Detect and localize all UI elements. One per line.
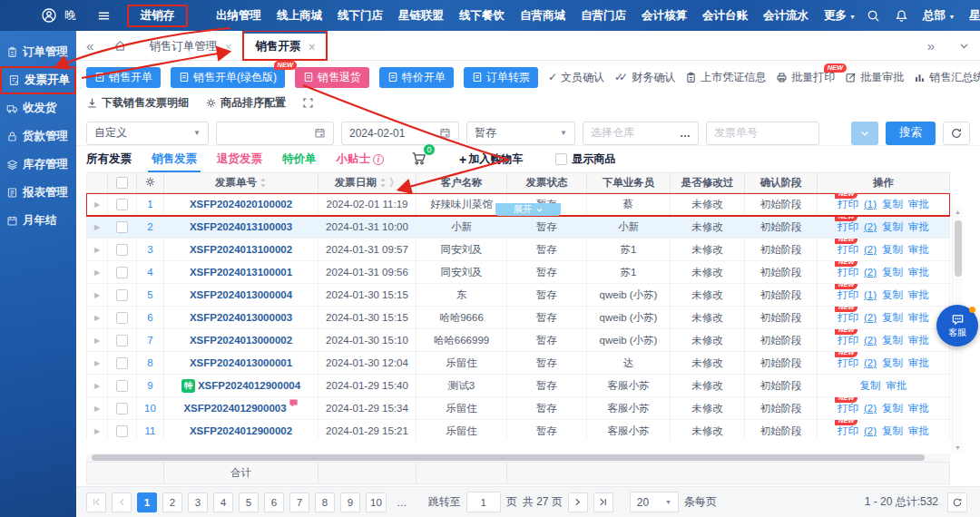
header-cell[interactable]: 是否修改过 bbox=[671, 172, 745, 193]
expand-row-icon[interactable]: ▶ bbox=[94, 359, 100, 367]
expand-tabs-icon[interactable]: » bbox=[917, 38, 945, 54]
invoice-category-tab[interactable]: 销售发票 bbox=[152, 146, 197, 172]
toolbar-text-button[interactable]: ✓✓财务确认 bbox=[614, 70, 675, 85]
row-checkbox[interactable] bbox=[116, 289, 128, 301]
home-icon[interactable] bbox=[103, 31, 137, 60]
customer-service-float-button[interactable]: 客服 bbox=[936, 305, 978, 346]
page-tab[interactable]: 销售开票× bbox=[243, 31, 327, 60]
date-range-type-select[interactable]: 自定义 ▼ bbox=[86, 122, 209, 145]
vertical-scroll-thumb[interactable] bbox=[955, 220, 962, 277]
toolbar-button[interactable]: 销售开单(绿色版)NEW bbox=[171, 67, 285, 88]
copy-link[interactable]: 复制 bbox=[882, 220, 903, 234]
next-page-button[interactable] bbox=[568, 493, 588, 512]
approve-link[interactable]: 审批 bbox=[908, 402, 929, 415]
expand-row-icon[interactable]: ▶ bbox=[94, 314, 100, 322]
checkbox[interactable] bbox=[555, 153, 567, 165]
header-cell[interactable]: 客户名称 bbox=[416, 172, 507, 193]
row-number-link[interactable]: 6 bbox=[147, 312, 152, 323]
page-number-button[interactable]: 9 bbox=[340, 493, 360, 512]
row-number-link[interactable]: 3 bbox=[147, 244, 152, 255]
toolbar-text-button[interactable]: 销售汇总统计 bbox=[914, 70, 980, 85]
approve-link[interactable]: 审批 bbox=[908, 220, 929, 234]
expand-row-icon[interactable]: ▶ bbox=[94, 405, 100, 413]
expand-row-icon[interactable]: ▶ bbox=[94, 427, 100, 435]
tenant-switcher[interactable]: 星辰科技DEV ▼ bbox=[969, 8, 980, 24]
copy-link[interactable]: 复制 bbox=[882, 356, 903, 370]
invoice-no-link[interactable]: XSFP2024012900004 bbox=[198, 380, 300, 391]
topnav-item[interactable]: 线下餐饮 bbox=[459, 8, 505, 24]
header-invoice-no[interactable]: 发票单号 bbox=[164, 172, 318, 193]
status-select[interactable]: 暂存 ▼ bbox=[466, 122, 575, 145]
row-number-link[interactable]: 5 bbox=[147, 289, 152, 300]
row-checkbox[interactable] bbox=[116, 335, 128, 346]
approve-link[interactable]: 审批 bbox=[908, 243, 929, 257]
first-page-button[interactable] bbox=[86, 493, 106, 512]
invoice-no-link[interactable]: XSFP2024013100002 bbox=[190, 244, 292, 255]
invoice-category-tab[interactable]: 小贴士i bbox=[337, 146, 385, 172]
approve-link[interactable]: 审批 bbox=[908, 198, 929, 211]
print-count-link[interactable]: (1) bbox=[864, 289, 877, 300]
tab-menu-chevron-icon[interactable] bbox=[948, 40, 980, 52]
print-link[interactable]: 打印NEW bbox=[838, 266, 858, 279]
topnav-item[interactable]: 更多▼ bbox=[824, 8, 856, 24]
approve-link[interactable]: 审批 bbox=[908, 424, 929, 438]
toolbar-button[interactable]: 销售退货 bbox=[295, 67, 369, 88]
close-tab-icon[interactable]: × bbox=[309, 41, 315, 54]
copy-link[interactable]: 复制 bbox=[882, 424, 903, 438]
print-link[interactable]: 打印NEW bbox=[838, 311, 858, 325]
row-checkbox[interactable] bbox=[116, 380, 128, 392]
print-count-link[interactable]: (2) bbox=[864, 267, 877, 278]
jump-page-input[interactable] bbox=[466, 492, 501, 512]
sidebar-item[interactable]: 订单管理 bbox=[0, 38, 76, 66]
invoice-category-tab[interactable]: 所有发票 bbox=[86, 146, 132, 172]
header-cell[interactable]: 操作 bbox=[818, 172, 950, 193]
header-cell[interactable]: 确认阶段 bbox=[745, 172, 818, 193]
invoice-table-row[interactable]: ▶ 9 特XSFP2024012900004 2024-01-29 15:40 … bbox=[86, 375, 950, 397]
topnav-item[interactable]: 会计核算 bbox=[642, 8, 687, 24]
sidebar-item[interactable]: 库存管理 bbox=[0, 151, 76, 179]
org-switcher[interactable]: 总部 ▼ bbox=[923, 8, 955, 24]
menu-hamburger-icon[interactable] bbox=[97, 9, 111, 23]
print-count-link[interactable]: (2) bbox=[864, 312, 877, 323]
expand-row-icon[interactable]: ▶ bbox=[94, 382, 100, 390]
page-number-button[interactable]: 4 bbox=[213, 493, 233, 512]
page-number-button[interactable]: 1 bbox=[137, 493, 157, 512]
invoice-table-row[interactable]: ▶ 5 XSFP2024013000004 2024-01-30 15:15 东… bbox=[86, 284, 950, 307]
header-invoice-date[interactable]: 发票日期》 bbox=[318, 172, 416, 193]
approve-link[interactable]: 审批 bbox=[908, 266, 929, 279]
print-link[interactable]: 打印NEW bbox=[838, 220, 858, 234]
search-button[interactable]: 搜索 bbox=[886, 122, 936, 145]
last-page-button[interactable] bbox=[593, 493, 613, 512]
invoice-no-link[interactable]: XSFP2024013000004 bbox=[190, 289, 292, 300]
page-size-select[interactable]: 20 ▼ bbox=[630, 492, 679, 512]
horizontal-scrollbar[interactable] bbox=[86, 454, 950, 462]
print-link[interactable]: 打印NEW bbox=[838, 356, 858, 370]
print-link[interactable]: 打印NEW bbox=[838, 288, 858, 302]
expand-row-icon[interactable]: ▶ bbox=[94, 337, 100, 345]
invoice-no-link[interactable]: XSFP2024013000001 bbox=[190, 357, 292, 368]
toolbar-text-button[interactable]: 上市凭证信息 bbox=[685, 70, 766, 85]
approve-link[interactable]: 审批 bbox=[908, 334, 929, 347]
approve-link[interactable]: 审批 bbox=[908, 356, 929, 370]
date-to-input[interactable]: 2024-02-01 bbox=[341, 122, 459, 145]
invoice-table-row[interactable]: ▶ 10 XSFP2024012900003 2024-01-29 15:34 … bbox=[86, 397, 950, 420]
page-number-button[interactable]: 7 bbox=[289, 493, 309, 512]
scroll-down-icon[interactable]: ▼ bbox=[953, 442, 963, 453]
row-number-link[interactable]: 8 bbox=[147, 357, 152, 368]
invoice-table-row[interactable]: ▶ 11 XSFP2024012900002 2024-01-29 15:21 … bbox=[86, 420, 950, 440]
topnav-item[interactable]: 星链联盟 bbox=[398, 8, 444, 24]
print-count-link[interactable]: (2) bbox=[864, 221, 877, 232]
toolbar-text-button[interactable]: 批量打印NEW bbox=[776, 70, 835, 85]
horizontal-scroll-thumb[interactable] bbox=[92, 454, 925, 461]
topnav-item[interactable]: 自营门店 bbox=[581, 8, 626, 24]
toolbar-text-button[interactable]: 下载销售发票明细 bbox=[86, 95, 189, 111]
page-number-button[interactable]: 8 bbox=[315, 493, 335, 512]
row-number-link[interactable]: 9 bbox=[147, 380, 152, 391]
copy-link[interactable]: 复制 bbox=[882, 243, 903, 257]
copy-link[interactable]: 复制 bbox=[882, 311, 903, 325]
row-number-link[interactable]: 2 bbox=[147, 221, 152, 232]
expand-filters-ribbon[interactable]: 展开 bbox=[495, 203, 561, 216]
search-icon[interactable] bbox=[867, 9, 880, 23]
topnav-item[interactable]: 线上商城 bbox=[277, 8, 322, 24]
cart-button[interactable]: 0 bbox=[411, 151, 426, 169]
